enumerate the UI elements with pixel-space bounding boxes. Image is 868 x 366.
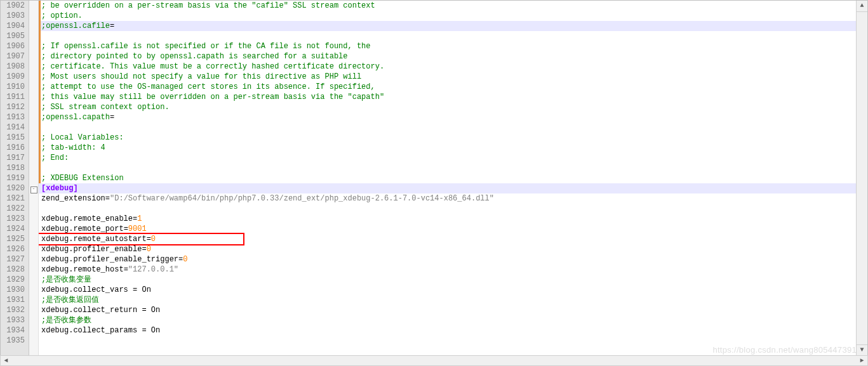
line-number: 1935 bbox=[3, 336, 25, 346]
fold-column[interactable]: - bbox=[29, 1, 39, 356]
line-number: 1914 bbox=[3, 122, 25, 133]
scroll-left-button[interactable]: ◄ bbox=[1, 357, 11, 364]
code-line[interactable]: xdebug.collect_vars = On bbox=[39, 285, 856, 295]
code-line[interactable]: ; If openssl.cafile is not specified or … bbox=[39, 41, 856, 51]
code-line[interactable]: xdebug.remote_enable=1 bbox=[39, 214, 856, 224]
line-number: 1929 bbox=[3, 275, 25, 285]
line-number: 1924 bbox=[3, 224, 25, 234]
line-number: 1920 bbox=[3, 183, 25, 193]
line-number: 1913 bbox=[3, 112, 25, 122]
code-line[interactable]: xdebug.profiler_enable_trigger=0 bbox=[39, 254, 856, 265]
horizontal-scrollbar[interactable]: ◄ ► bbox=[0, 355, 868, 366]
line-number: 1902 bbox=[3, 1, 25, 11]
code-line[interactable]: ; be overridden on a per-stream basis vi… bbox=[39, 1, 856, 11]
code-line[interactable]: xdebug.remote_autostart=0 bbox=[39, 234, 856, 244]
code-line[interactable]: ;是否收集参数 bbox=[39, 315, 856, 325]
code-line[interactable] bbox=[39, 31, 856, 41]
watermark-text: https://blog.csdn.net/wang805447391 bbox=[712, 345, 857, 355]
code-line[interactable]: ; attempt to use the OS-managed cert sto… bbox=[39, 82, 856, 92]
code-line[interactable] bbox=[39, 336, 856, 346]
code-line[interactable]: ; tab-width: 4 bbox=[39, 143, 856, 153]
scroll-right-button[interactable]: ► bbox=[857, 357, 867, 364]
code-line[interactable]: xdebug.remote_port=9001 bbox=[39, 224, 856, 234]
line-number: 1911 bbox=[3, 92, 25, 102]
code-line[interactable]: ; SSL stream context option. bbox=[39, 102, 856, 112]
scroll-down-button[interactable]: ▼ bbox=[857, 344, 867, 356]
line-number: 1917 bbox=[3, 153, 25, 163]
line-number: 1918 bbox=[3, 163, 25, 173]
line-number: 1933 bbox=[3, 315, 25, 325]
line-number-gutter: 1902190319041905190619071908190919101911… bbox=[1, 1, 29, 356]
code-line[interactable]: ;是否收集变量 bbox=[39, 275, 856, 285]
line-number: 1906 bbox=[3, 41, 25, 51]
code-line[interactable]: ;是否收集返回值 bbox=[39, 295, 856, 305]
scroll-up-button[interactable]: ▲ bbox=[857, 1, 867, 12]
line-number: 1928 bbox=[3, 265, 25, 275]
line-number: 1907 bbox=[3, 51, 25, 62]
fold-toggle-icon[interactable]: - bbox=[30, 186, 37, 193]
line-number: 1934 bbox=[3, 325, 25, 336]
line-number: 1925 bbox=[3, 234, 25, 244]
code-lines[interactable]: ; be overridden on a per-stream basis vi… bbox=[39, 1, 856, 346]
line-number: 1916 bbox=[3, 143, 25, 153]
code-line[interactable]: [xdebug] bbox=[39, 183, 856, 193]
code-line[interactable]: ; option. bbox=[39, 11, 856, 21]
code-line[interactable]: ; XDEBUG Extension bbox=[39, 173, 856, 183]
line-number: 1912 bbox=[3, 102, 25, 112]
code-line[interactable]: xdebug.collect_params = On bbox=[39, 325, 856, 336]
code-line[interactable]: xdebug.collect_return = On bbox=[39, 305, 856, 315]
line-number: 1904 bbox=[3, 21, 25, 31]
line-number: 1922 bbox=[3, 204, 25, 214]
code-line[interactable]: ;openssl.cafile= bbox=[39, 21, 856, 31]
code-line[interactable]: ; Local Variables: bbox=[39, 133, 856, 143]
line-number: 1930 bbox=[3, 285, 25, 295]
code-line[interactable]: ; certificate. This value must be a corr… bbox=[39, 62, 856, 72]
line-number: 1903 bbox=[3, 11, 25, 21]
code-line[interactable] bbox=[39, 122, 856, 133]
change-marker bbox=[39, 1, 41, 183]
code-editor[interactable]: 1902190319041905190619071908190919101911… bbox=[0, 0, 868, 356]
code-line[interactable] bbox=[39, 204, 856, 214]
code-line[interactable]: ;openssl.capath= bbox=[39, 112, 856, 122]
line-number: 1905 bbox=[3, 31, 25, 41]
line-number: 1932 bbox=[3, 305, 25, 315]
code-line[interactable]: zend_extension="D:/Software/wamp64/bin/p… bbox=[39, 193, 856, 204]
code-line[interactable]: xdebug.remote_host="127.0.0.1" bbox=[39, 265, 856, 275]
code-line[interactable] bbox=[39, 163, 856, 173]
code-line[interactable]: ; End: bbox=[39, 153, 856, 163]
line-number: 1910 bbox=[3, 82, 25, 92]
code-line[interactable]: ; Most users should not specify a value … bbox=[39, 72, 856, 82]
line-number: 1926 bbox=[3, 244, 25, 254]
code-area[interactable]: ; be overridden on a per-stream basis vi… bbox=[39, 1, 856, 356]
line-number: 1908 bbox=[3, 62, 25, 72]
line-number: 1921 bbox=[3, 193, 25, 204]
code-line[interactable]: ; directory pointed to by openssl.capath… bbox=[39, 51, 856, 62]
line-number: 1919 bbox=[3, 173, 25, 183]
line-number: 1915 bbox=[3, 133, 25, 143]
line-number: 1931 bbox=[3, 295, 25, 305]
line-number: 1909 bbox=[3, 72, 25, 82]
line-number: 1923 bbox=[3, 214, 25, 224]
line-number: 1927 bbox=[3, 254, 25, 265]
code-line[interactable]: xdebug.profiler_enable=0 bbox=[39, 244, 856, 254]
code-line[interactable]: ; this value may still be overridden on … bbox=[39, 92, 856, 102]
vertical-scrollbar[interactable]: ▲ ▼ bbox=[856, 1, 867, 356]
